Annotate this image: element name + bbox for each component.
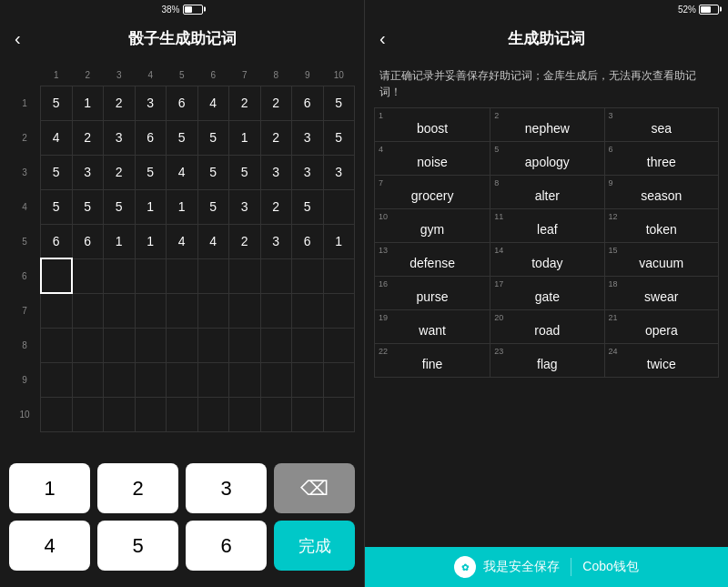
word-text-14: today	[494, 248, 600, 270]
row-header-3: 3	[9, 155, 41, 189]
dice-cell-3-8: 3	[260, 155, 292, 189]
mnemonic-cell-16: 16purse	[375, 277, 490, 310]
right-battery: 52%	[678, 5, 719, 15]
dice-cell-10-5	[167, 397, 198, 431]
dice-cell-6-7	[229, 258, 261, 293]
dice-cell-9-4	[135, 362, 167, 397]
dice-cell-3-9: 3	[292, 155, 324, 189]
word-text-13: defense	[379, 248, 486, 270]
mnemonic-cell-4: 4noise	[375, 142, 490, 176]
dice-cell-3-4: 5	[135, 155, 167, 189]
dice-cell-9-7	[229, 362, 261, 397]
dice-cell-3-7: 5	[229, 155, 261, 189]
mnemonic-cell-1: 1boost	[375, 108, 490, 142]
key-4[interactable]: 4	[9, 521, 90, 571]
right-battery-label: 52%	[678, 5, 696, 15]
dice-cell-6-3	[104, 258, 136, 293]
dice-cell-4-9: 5	[292, 189, 324, 224]
dice-cell-5-4: 1	[135, 224, 167, 258]
corner-header	[9, 66, 41, 86]
word-text-2: nephew	[494, 114, 600, 136]
dice-cell-2-10: 5	[323, 120, 355, 155]
dice-cell-1-8: 2	[260, 86, 292, 120]
right-nav-bar: ‹ 生成助记词	[365, 18, 728, 58]
mnemonic-cell-22: 22fine	[375, 344, 490, 378]
mnemonic-cell-10: 10gym	[375, 209, 490, 243]
dice-cell-7-4	[135, 293, 167, 328]
mnemonic-cell-13: 13defense	[375, 243, 490, 277]
mnemonic-cell-3: 3sea	[604, 108, 718, 142]
key-5[interactable]: 5	[97, 521, 178, 571]
mnemonic-cell-6: 6three	[604, 142, 718, 176]
notice-text: 请正确记录并妥善保存好助记词；金库生成后，无法再次查看助记词！	[365, 58, 728, 107]
dice-cell-5-6: 4	[197, 224, 229, 258]
dice-cell-10-7	[229, 397, 261, 431]
row-header-4: 4	[9, 189, 41, 224]
dice-cell-5-7: 2	[229, 224, 261, 258]
word-num-15: 15	[609, 246, 618, 255]
delete-button[interactable]: ⌫	[274, 463, 355, 513]
dice-cell-1-7: 2	[229, 86, 261, 120]
left-battery: 38%	[161, 5, 202, 15]
word-num-8: 8	[494, 178, 499, 187]
dice-cell-2-5: 5	[167, 120, 198, 155]
word-num-7: 7	[379, 178, 383, 187]
left-battery-label: 38%	[161, 5, 179, 15]
dice-cell-2-4: 6	[135, 120, 167, 155]
row-header-8: 8	[9, 328, 41, 362]
right-battery-fill	[701, 6, 711, 13]
word-num-22: 22	[379, 347, 388, 356]
mnemonic-cell-11: 11leaf	[490, 209, 604, 243]
col-header-9: 9	[292, 66, 324, 86]
key-3[interactable]: 3	[186, 463, 267, 513]
confirm-button[interactable]: 完成	[274, 521, 355, 571]
dice-cell-6-8	[260, 258, 292, 293]
dice-cell-2-6: 5	[197, 120, 229, 155]
word-text-1: boost	[379, 114, 486, 136]
word-text-17: gate	[494, 282, 600, 304]
dice-cell-10-8	[260, 397, 292, 431]
dice-cell-9-6	[197, 362, 229, 397]
row-header-1: 1	[9, 86, 41, 120]
mnemonic-cell-14: 14today	[490, 243, 604, 277]
row-header-5: 5	[9, 224, 41, 258]
dice-cell-4-6: 5	[197, 189, 229, 224]
word-text-6: three	[609, 147, 714, 169]
word-num-13: 13	[379, 246, 388, 255]
dice-cell-8-8	[260, 328, 292, 362]
word-num-18: 18	[609, 279, 618, 288]
dice-cell-8-1	[41, 328, 73, 362]
word-num-21: 21	[609, 313, 618, 322]
row-header-9: 9	[9, 362, 41, 397]
dice-cell-4-8: 2	[260, 189, 292, 224]
key-1[interactable]: 1	[9, 463, 90, 513]
word-text-15: vacuum	[609, 248, 714, 270]
left-nav-title: 骰子生成助记词	[128, 28, 237, 49]
col-header-6: 6	[197, 66, 229, 86]
dice-grid: 1 2 3 4 5 6 7 8 9 10 1512364226524236551…	[9, 66, 355, 432]
dice-cell-4-5: 1	[167, 189, 198, 224]
word-text-20: road	[494, 316, 600, 338]
dice-cell-2-9: 3	[292, 120, 324, 155]
dice-cell-10-1	[41, 397, 73, 431]
dice-cell-9-8	[260, 362, 292, 397]
bottom-bar[interactable]: ✿ 我是安全保存 Cobo钱包	[365, 547, 728, 587]
col-header-2: 2	[72, 66, 104, 86]
dice-cell-2-3: 3	[104, 120, 136, 155]
dice-cell-10-3	[104, 397, 136, 431]
left-back-button[interactable]: ‹	[15, 28, 21, 49]
row-header-7: 7	[9, 293, 41, 328]
word-text-18: swear	[609, 282, 714, 304]
right-back-button[interactable]: ‹	[379, 28, 386, 49]
dice-cell-1-3: 2	[104, 86, 136, 120]
mnemonic-cell-23: 23flag	[490, 344, 604, 378]
key-6[interactable]: 6	[186, 521, 267, 571]
dice-cell-8-7	[229, 328, 261, 362]
mnemonic-cell-19: 19want	[375, 310, 490, 344]
dice-cell-5-3: 1	[104, 224, 136, 258]
dice-cell-7-3	[104, 293, 136, 328]
key-2[interactable]: 2	[97, 463, 178, 513]
dice-cell-10-6	[197, 397, 229, 431]
word-text-12: token	[609, 215, 714, 237]
dice-cell-9-10	[323, 362, 355, 397]
